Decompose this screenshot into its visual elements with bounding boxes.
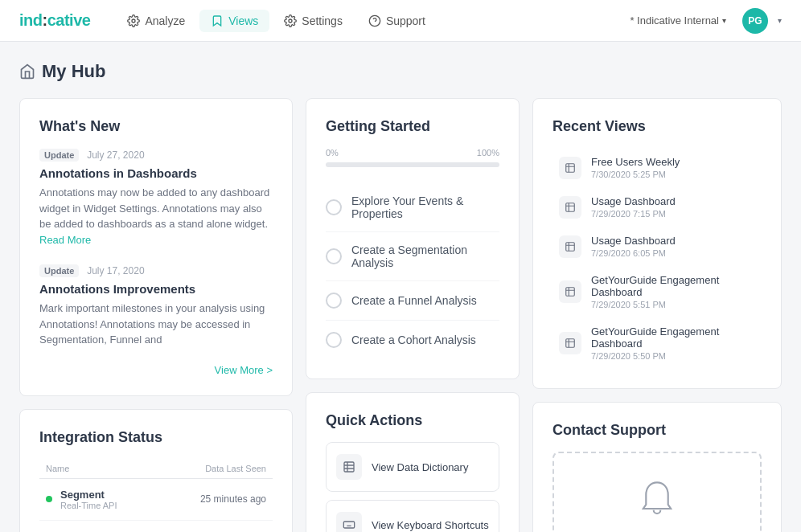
rv-item-3[interactable]: GetYourGuide Engagement Dashboard 7/29/2… — [552, 266, 762, 317]
rv-info-0: Free Users Weekly 7/30/2020 5:25 PM — [591, 156, 680, 179]
nav-settings[interactable]: Settings — [273, 10, 354, 32]
svg-rect-7 — [566, 203, 575, 211]
progress-end: 100% — [477, 148, 499, 158]
nav-analyze[interactable]: Analyze — [116, 10, 196, 32]
rv-item-0[interactable]: Free Users Weekly 7/30/2020 5:25 PM — [552, 148, 762, 187]
support-icon — [368, 14, 381, 27]
table-icon — [343, 460, 355, 473]
chart-icon — [565, 286, 576, 297]
is-name-group: Segment Real-Time API — [60, 489, 154, 510]
update-date-1: July 17, 2020 — [87, 265, 144, 276]
qa-icon-0 — [336, 454, 362, 480]
column-1: What's New Update July 27, 2020 Annotati… — [19, 98, 293, 532]
is-name: Segment — [60, 489, 154, 501]
home-icon — [19, 63, 35, 80]
navbar: ind:cative Analyze Views Settings Suppor… — [0, 0, 801, 42]
is-col-data: Data Last Seen — [154, 464, 266, 473]
gs-check-0 — [326, 199, 342, 215]
qa-label-1: View Keyboard Shortcuts — [372, 519, 489, 531]
gs-item-2[interactable]: Create a Funnel Analysis — [326, 281, 499, 321]
column-2: Getting Started 0% 100% Explore Your Eve… — [306, 98, 520, 532]
is-status-dot — [46, 496, 52, 502]
rv-info-1: Usage Dashboard 7/29/2020 7:15 PM — [591, 195, 676, 219]
progress-labels: 0% 100% — [326, 148, 499, 158]
user-avatar[interactable]: PG — [742, 8, 768, 34]
nav-items: Analyze Views Settings Support — [116, 10, 623, 32]
whats-new-title: What's New — [39, 118, 273, 135]
chart-icon — [565, 338, 576, 349]
getting-started-card: Getting Started 0% 100% Explore Your Eve… — [306, 98, 520, 379]
svg-rect-5 — [343, 522, 354, 528]
is-sub: Real-Time API — [60, 501, 154, 510]
gs-check-3 — [326, 332, 342, 348]
rv-icon-2 — [559, 235, 581, 258]
rv-item-2[interactable]: Usage Dashboard 7/29/2020 6:05 PM — [552, 227, 762, 266]
logo[interactable]: ind:cative — [19, 11, 90, 30]
contact-support-box — [552, 452, 762, 532]
rv-item-1[interactable]: Usage Dashboard 7/29/2020 7:15 PM — [552, 187, 762, 227]
update-body-0: Annotations may now be added to any dash… — [39, 185, 273, 248]
gs-item-1[interactable]: Create a Segmentation Analysis — [326, 232, 499, 281]
rv-list: Free Users Weekly 7/30/2020 5:25 PM Usag… — [552, 148, 762, 369]
svg-rect-4 — [344, 462, 354, 472]
svg-rect-10 — [566, 339, 575, 348]
is-time: 25 minutes ago — [154, 493, 266, 505]
chart-icon — [565, 241, 576, 252]
nav-support[interactable]: Support — [357, 10, 437, 32]
nav-analyze-label: Analyze — [145, 14, 185, 27]
update-body-1: Mark important milestones in your analys… — [39, 301, 273, 348]
chevron-down-icon: ▾ — [722, 16, 726, 25]
svg-point-1 — [289, 19, 292, 23]
update-badge-0: Update — [39, 149, 79, 162]
hub-grid: What's New Update July 27, 2020 Annotati… — [19, 98, 782, 532]
update-title-1: Annotations Improvements — [39, 282, 273, 296]
progress-track — [326, 162, 499, 167]
page-title: My Hub — [19, 61, 782, 82]
rv-item-4[interactable]: GetYourGuide Engagement Dashboard 7/29/2… — [552, 317, 762, 369]
nav-support-label: Support — [386, 14, 425, 27]
view-more-link[interactable]: View More > — [39, 364, 273, 376]
gs-check-2 — [326, 293, 342, 309]
gs-item-3[interactable]: Create a Cohort Analysis — [326, 321, 499, 359]
chart-icon — [565, 202, 576, 213]
svg-point-0 — [132, 19, 135, 23]
rv-info-2: Usage Dashboard 7/29/2020 6:05 PM — [591, 235, 676, 258]
keyboard-icon — [343, 518, 355, 531]
recent-views-card: Recent Views Free Users Weekly 7/30/2020… — [532, 98, 782, 389]
rv-info-4: GetYourGuide Engagement Dashboard 7/29/2… — [591, 325, 755, 361]
qa-label-0: View Data Dictionary — [372, 461, 468, 473]
rv-icon-0 — [559, 157, 581, 179]
contact-support-title: Contact Support — [552, 422, 762, 439]
integration-status-title: Integration Status — [39, 429, 273, 446]
integration-row-0: Segment Real-Time API 25 minutes ago — [39, 479, 273, 521]
chart-icon — [565, 162, 576, 174]
qa-icon-1 — [336, 512, 362, 532]
workspace-name: * Indicative Internal — [630, 14, 719, 27]
nav-views[interactable]: Views — [199, 10, 269, 32]
workspace-selector[interactable]: * Indicative Internal ▾ — [623, 11, 733, 30]
recent-views-title: Recent Views — [552, 118, 762, 135]
update-title-0: Annotations in Dashboards — [39, 166, 273, 180]
read-more-link[interactable]: Read More — [39, 234, 91, 246]
update-badge-1: Update — [39, 264, 79, 277]
qa-item-1[interactable]: View Keyboard Shortcuts — [326, 500, 499, 532]
update-item-0: Update July 27, 2020 Annotations in Dash… — [39, 148, 273, 248]
getting-started-title: Getting Started — [326, 118, 499, 135]
nav-settings-label: Settings — [302, 14, 343, 27]
page-container: My Hub What's New Update July 27, 2020 A… — [0, 42, 801, 532]
gs-item-0[interactable]: Explore Your Events & Properties — [326, 183, 499, 232]
nav-right: * Indicative Internal ▾ PG ▾ — [623, 8, 782, 34]
contact-support-card: Contact Support — [532, 402, 782, 532]
gs-items: Explore Your Events & Properties Create … — [326, 183, 499, 359]
update-date-0: July 27, 2020 — [87, 149, 144, 161]
rv-info-3: GetYourGuide Engagement Dashboard 7/29/2… — [591, 274, 755, 309]
whats-new-card: What's New Update July 27, 2020 Annotati… — [19, 98, 293, 396]
bookmark-icon — [211, 14, 224, 27]
svg-rect-8 — [566, 242, 575, 251]
support-bell-icon — [638, 480, 676, 521]
qa-item-0[interactable]: View Data Dictionary — [326, 442, 499, 492]
integration-status-header: Name Data Last Seen — [39, 459, 273, 479]
gs-check-1 — [326, 248, 342, 264]
user-chevron-icon: ▾ — [778, 16, 782, 25]
quick-actions-card: Quick Actions View Data Dictionary View … — [306, 392, 520, 532]
